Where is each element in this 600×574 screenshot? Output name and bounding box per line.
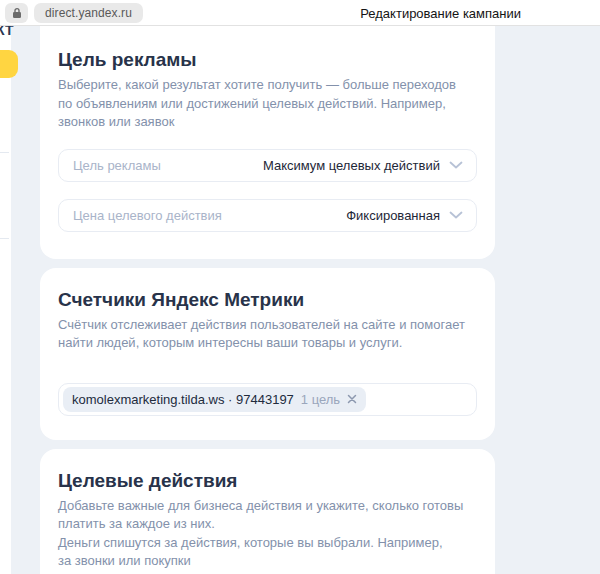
card-ad-goal-description: Выберите, какой результат хотите получит…: [58, 76, 477, 132]
target-cost-select[interactable]: Цена целевого действия Фиксированная: [58, 199, 477, 232]
counters-input[interactable]: komolexmarketing.tilda.ws · 97443197 1 ц…: [58, 383, 477, 416]
sidebar: [0, 26, 11, 574]
url-text: direct.yandex.ru: [45, 6, 132, 20]
card-target-actions-description: Добавьте важные для бизнеса действия и у…: [58, 497, 477, 571]
target-cost-select-value: Фиксированная: [346, 208, 440, 223]
remove-counter-icon[interactable]: [347, 394, 357, 404]
campaign-settings: Цель рекламы Выберите, какой результат х…: [40, 26, 495, 574]
sidebar-divider: [0, 238, 9, 239]
lock-icon: [5, 3, 28, 23]
card-target-actions-title: Целевые действия: [58, 469, 477, 493]
sidebar-active-indicator[interactable]: [0, 50, 18, 78]
card-target-actions: Целевые действия Добавьте важные для биз…: [40, 449, 495, 574]
counter-site-and-id: komolexmarketing.tilda.ws · 97443197: [72, 392, 294, 407]
counter-goals-count: 1 цель: [301, 392, 340, 407]
chevron-down-icon: [449, 161, 463, 170]
goal-select-value: Максимум целевых действий: [263, 158, 440, 173]
browser-topbar: direct.yandex.ru Редактирование кампании: [0, 0, 600, 26]
card-metrika-title: Счетчики Яндекс Метрики: [58, 288, 477, 312]
counter-chip: komolexmarketing.tilda.ws · 97443197 1 ц…: [63, 387, 366, 412]
card-ad-goal: Цель рекламы Выберите, какой результат х…: [40, 26, 495, 259]
card-metrika-description: Счётчик отслеживает действия пользовател…: [58, 316, 477, 353]
sidebar-divider: [0, 152, 9, 153]
browser-tab-url[interactable]: direct.yandex.ru: [34, 3, 143, 23]
chevron-down-icon: [449, 211, 463, 220]
card-ad-goal-title: Цель рекламы: [58, 48, 477, 72]
card-metrika-counters: Счетчики Яндекс Метрики Счётчик отслежив…: [40, 268, 495, 440]
goal-select[interactable]: Цель рекламы Максимум целевых действий: [58, 149, 477, 182]
page-title: Редактирование кампании: [360, 0, 521, 26]
goal-select-label: Цель рекламы: [73, 158, 161, 173]
goal-fields: Цель рекламы Максимум целевых действий Ц…: [58, 149, 477, 232]
target-cost-select-label: Цена целевого действия: [73, 208, 222, 223]
